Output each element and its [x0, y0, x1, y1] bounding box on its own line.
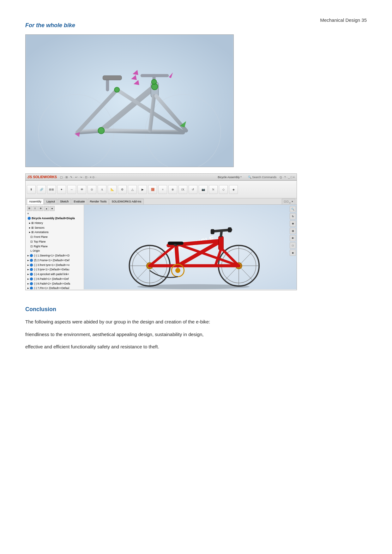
- tree-annotations[interactable]: ▸ ⊞ Annotations: [27, 230, 82, 235]
- sw-toolbar: ⬆ 🔗 ⊞⊞ ✦ ↔ 👁 ⊙ A 📐 ⚙ △ ▶ 🧱 ≡ ⊛ IX ↺ 📷 N …: [26, 181, 297, 198]
- solidworks-screenshot: 𝓢S SOLIDWORKS ▢ · ⊞ · ✎ · ↩ · ↪ · ⊡ · ≡ …: [25, 173, 297, 290]
- svg-line-7: [101, 131, 183, 132]
- tree-root[interactable]: 🔵 Bicycle Assembly (Default<Displa: [27, 216, 82, 221]
- tree-top-plane[interactable]: ⊡ Top Plane: [27, 239, 82, 244]
- tree-icon-5[interactable]: ▼: [50, 206, 55, 211]
- svg-point-24: [114, 87, 119, 92]
- svg-point-61: [137, 284, 250, 289]
- sw-right-viewport-icons: 🔍 ↻ ✥ ⊞ 👁 □ ◈: [290, 206, 296, 256]
- sw-title: Bicycle Assembly *: [218, 176, 242, 179]
- tree-icon-4[interactable]: ●: [44, 206, 49, 211]
- vp-icon-view[interactable]: 👁: [290, 235, 296, 241]
- sw-file-ops: ▢ · ⊞ · ✎ · ↩ · ↪ · ⊡ · ≡ ⊙ ·: [60, 176, 211, 179]
- bike-frame-image: [25, 34, 234, 167]
- tree-sprocket[interactable]: ▸ 🔵 (-) 4.sprocket with padel link<: [27, 272, 82, 277]
- tab-assembly[interactable]: Assembly: [27, 199, 44, 204]
- sw-feature-tree: ⊞ T ⊕ ● ▼ ▼ 🔵 Bicycle Assembly (Default<…: [26, 205, 84, 289]
- conclusion-para-2: friendliness to the environment, aesthet…: [25, 330, 367, 339]
- toolbar-geometry[interactable]: △: [128, 185, 137, 194]
- vp-icon-section[interactable]: ⊞: [290, 228, 296, 234]
- svg-rect-0: [26, 35, 233, 167]
- tree-sensors[interactable]: ▸ ⊞ Sensors: [27, 226, 82, 230]
- toolbar-motion[interactable]: ▶: [138, 185, 147, 194]
- tree-filter: ▼: [27, 212, 82, 215]
- tree-right-plane[interactable]: ⊡ Right Plane: [27, 244, 82, 249]
- toolbar-insert[interactable]: ⬆: [27, 185, 36, 194]
- tree-padel1[interactable]: ▸ 🔵 (-) 8.Padel<1> (Default<<Def: [27, 277, 82, 281]
- toolbar-normal[interactable]: N: [209, 185, 218, 194]
- svg-point-23: [152, 79, 157, 84]
- toolbar-hidden[interactable]: ⊙: [87, 185, 96, 194]
- tree-pin1[interactable]: ▸ 🔵 (-) 7.Pin<1> (Default<<Defaul: [27, 286, 82, 289]
- sw-titlebar: 𝓢S SOLIDWORKS ▢ · ⊞ · ✎ · ↩ · ↪ · ⊡ · ≡ …: [26, 174, 297, 181]
- conclusion-section: Conclusion The following aspects were ab…: [25, 306, 367, 351]
- toolbar-instantxd[interactable]: IX: [178, 185, 187, 194]
- conclusion-para-1: The following aspects were abided by our…: [25, 318, 367, 326]
- toolbar-bill[interactable]: ≡: [158, 185, 167, 194]
- tab-render-tools[interactable]: Render Tools: [88, 199, 109, 204]
- sw-tabs: Assembly Layout Sketch Evaluate Render T…: [26, 198, 297, 205]
- toolbar-trimetric[interactable]: ◈: [229, 185, 238, 194]
- conclusion-heading: Conclusion: [25, 306, 367, 313]
- images-section: 𝓢S SOLIDWORKS ▢ · ⊞ · ✎ · ↩ · ↪ · ⊡ · ≡ …: [25, 34, 367, 300]
- tab-addins[interactable]: SOLIDWORKS Add-Ins: [109, 199, 143, 204]
- toolbar-reference[interactable]: 📐: [108, 185, 117, 194]
- svg-line-45: [176, 245, 178, 266]
- tree-front-plane[interactable]: ⊡ Front Plane: [27, 235, 82, 239]
- sw-main: ⊞ T ⊕ ● ▼ ▼ 🔵 Bicycle Assembly (Default<…: [26, 205, 297, 289]
- svg-rect-20: [103, 75, 122, 80]
- tree-history[interactable]: ▸ ⊞ History: [27, 221, 82, 226]
- tab-sketch[interactable]: Sketch: [58, 199, 71, 204]
- toolbar-take[interactable]: 📷: [199, 185, 208, 194]
- page-number: Mechanical Design 35: [320, 17, 367, 23]
- toolbar-update[interactable]: ↺: [189, 185, 197, 194]
- vp-icon-rotate[interactable]: ↻: [290, 213, 296, 220]
- svg-line-54: [221, 231, 221, 236]
- vp-icon-other[interactable]: ◈: [290, 250, 296, 256]
- sw-logo: 𝓢S SOLIDWORKS: [27, 175, 57, 179]
- tree-origin[interactable]: L Origin: [27, 249, 82, 253]
- vp-icon-display[interactable]: □: [290, 242, 296, 249]
- tab-evaluate[interactable]: Evaluate: [72, 199, 87, 204]
- toolbar-linear[interactable]: ⊞⊞: [47, 185, 56, 194]
- svg-rect-55: [211, 229, 214, 234]
- sw-search: 🔍 Search Commands Q · ? · _ □ ×: [248, 176, 295, 179]
- toolbar-assembly[interactable]: A: [98, 185, 106, 194]
- toolbar-materials[interactable]: 🧱: [148, 185, 157, 194]
- section-heading: For the whole bike: [25, 22, 367, 29]
- toolbar-move[interactable]: ↔: [67, 185, 76, 194]
- tree-tyre[interactable]: ▸ 🔵 (-) 3.tyre<1> (Default<<Defau: [27, 267, 82, 272]
- toolbar-show[interactable]: 👁: [77, 185, 86, 194]
- tree-icon-1[interactable]: ⊞: [27, 206, 32, 211]
- toolbar-smart[interactable]: ✦: [57, 185, 66, 194]
- vp-icon-pan[interactable]: ✥: [290, 220, 296, 227]
- toolbar-exploded[interactable]: ⊛: [168, 185, 177, 194]
- svg-point-22: [98, 128, 104, 134]
- tree-icon-2[interactable]: T: [33, 206, 38, 211]
- tree-padel2[interactable]: ▸ 🔵 (-) 8.Padel<2> (Default<<Defa: [27, 281, 82, 286]
- tree-front-tyre[interactable]: ▸ 🔵 (-) 3.front tyre<1> (Default<<v: [27, 263, 82, 268]
- tree-steering[interactable]: ▸ 🔵 (-) 1.Steering<1> (Default<<D: [27, 253, 82, 258]
- svg-point-60: [175, 268, 180, 273]
- toolbar-features[interactable]: ⚙: [118, 185, 127, 194]
- vp-icon-zoom[interactable]: 🔍: [290, 206, 296, 212]
- svg-line-58: [175, 245, 176, 245]
- tree-icon-3[interactable]: ⊕: [38, 206, 43, 211]
- svg-rect-56: [228, 227, 232, 232]
- page-container: Mechanical Design 35 For the whole bike: [0, 0, 392, 554]
- conclusion-para-3: effective and efficient functionality sa…: [25, 343, 367, 351]
- toolbar-mate[interactable]: 🔗: [37, 185, 46, 194]
- toolbar-isometric[interactable]: ◇: [219, 185, 228, 194]
- tab-layout[interactable]: Layout: [44, 199, 57, 204]
- sw-viewport: STAR BICYCLE: [84, 205, 297, 289]
- tab-window-controls[interactable]: □ □ _ ×: [282, 199, 295, 204]
- tree-frame[interactable]: ▸ 🔵 (f) 2.Frame<1> (Default<<Def: [27, 258, 82, 263]
